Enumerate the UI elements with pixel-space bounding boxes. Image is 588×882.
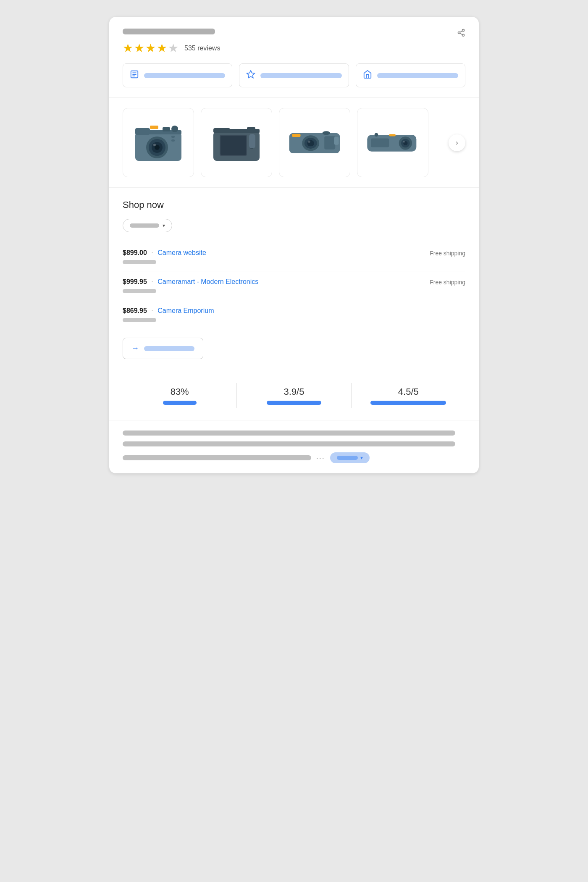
shop-item-1-price: $899.00 <box>123 249 147 256</box>
shop-item-1-price-row: $899.00 · Camera website <box>123 249 206 257</box>
shop-item-2-shipping: Free shipping <box>430 279 465 286</box>
camera-svg-1 <box>131 120 186 166</box>
camera-svg-2 <box>209 120 264 166</box>
action-button-specs[interactable] <box>123 63 232 87</box>
ellipsis-icon: ··· <box>316 454 325 462</box>
svg-point-37 <box>308 140 310 143</box>
shop-item-1-details: $899.00 · Camera website <box>123 249 206 264</box>
image-grid <box>123 108 442 177</box>
camera-image-1[interactable] <box>123 108 194 177</box>
svg-point-40 <box>323 131 331 135</box>
filter-label-bar <box>130 223 159 228</box>
svg-point-46 <box>403 141 405 142</box>
product-title-bar <box>123 29 215 34</box>
camera-image-3[interactable] <box>279 108 350 177</box>
more-button[interactable]: → <box>123 338 203 359</box>
svg-rect-19 <box>163 127 170 131</box>
svg-point-48 <box>375 133 378 136</box>
product-card: ★ ★ ★ ★ ★ 535 reviews <box>109 17 479 473</box>
more-button-wrapper: → <box>123 329 465 359</box>
svg-rect-41 <box>334 137 339 145</box>
more-button-label <box>144 346 194 351</box>
text-line-2 <box>123 441 455 446</box>
save-icon <box>246 70 255 81</box>
shop-item-3-seller[interactable]: Camera Emporium <box>158 307 214 314</box>
svg-rect-38 <box>292 134 300 136</box>
star-1: ★ <box>123 41 133 55</box>
shop-item-3-sub <box>123 318 156 322</box>
shop-item-1-shipping: Free shipping <box>430 250 465 257</box>
svg-rect-18 <box>150 126 158 129</box>
expand-label <box>337 456 358 460</box>
action-buttons-row <box>123 63 465 87</box>
shop-title: Shop now <box>123 200 465 210</box>
star-3: ★ <box>145 41 156 55</box>
text-line-1 <box>123 430 455 436</box>
rating-row: ★ ★ ★ ★ ★ 535 reviews <box>123 41 465 55</box>
shop-item-1: $899.00 · Camera website Free shipping <box>123 242 465 271</box>
svg-rect-32 <box>247 127 255 131</box>
shop-item-2-price-row: $999.95 · Cameramart - Modern Electronic… <box>123 278 258 286</box>
shop-item-1-seller[interactable]: Camera website <box>158 249 206 256</box>
shop-item-1-dot: · <box>151 249 153 256</box>
stat-1-value: 83% <box>129 386 230 397</box>
stat-3-value: 4.5/5 <box>358 386 459 397</box>
shop-section: Shop now ▾ $899.00 · Camera website Free… <box>109 188 479 371</box>
svg-rect-27 <box>220 136 246 155</box>
action-button-store[interactable] <box>356 63 465 87</box>
svg-point-17 <box>153 144 156 146</box>
shop-item-3-dot: · <box>151 307 153 314</box>
svg-point-20 <box>171 126 178 132</box>
text-line-3 <box>123 455 311 460</box>
share-icon[interactable] <box>457 29 465 39</box>
svg-rect-21 <box>171 136 175 138</box>
shop-item-2-price: $999.95 <box>123 278 147 285</box>
camera-svg-3 <box>287 120 342 166</box>
shop-item-1-sub <box>123 260 156 264</box>
star-4: ★ <box>157 41 167 55</box>
text-bottom-row: ··· ▾ <box>123 452 465 463</box>
text-section: ··· ▾ <box>109 420 479 473</box>
specs-label <box>144 73 225 78</box>
filter-button[interactable]: ▾ <box>123 219 172 232</box>
store-label <box>377 73 458 78</box>
more-arrow-icon: → <box>131 344 139 353</box>
stat-3-bar <box>370 401 446 405</box>
star-2: ★ <box>134 41 144 55</box>
stats-section: 83% 3.9/5 4.5/5 <box>109 371 479 420</box>
svg-rect-39 <box>324 136 335 150</box>
svg-rect-47 <box>371 138 389 147</box>
svg-line-4 <box>460 31 462 32</box>
stat-item-1: 83% <box>123 386 236 405</box>
shop-item-2-seller[interactable]: Cameramart - Modern Electronics <box>158 278 258 285</box>
star-rating: ★ ★ ★ ★ ★ <box>123 41 178 55</box>
stat-item-3: 4.5/5 <box>352 386 465 405</box>
stat-item-2: 3.9/5 <box>237 386 351 405</box>
stat-1-bar <box>163 401 197 405</box>
next-arrow-button[interactable]: › <box>449 134 465 151</box>
shop-item-2-dot: · <box>151 278 153 285</box>
stat-2-value: 3.9/5 <box>244 386 344 397</box>
stat-2-bar <box>267 401 321 405</box>
star-5-empty: ★ <box>168 41 178 55</box>
action-button-save[interactable] <box>239 63 349 87</box>
shop-item-2-details: $999.95 · Cameramart - Modern Electronic… <box>123 278 258 293</box>
save-label <box>260 73 341 78</box>
svg-rect-24 <box>213 128 230 133</box>
images-section: › <box>109 98 479 188</box>
shop-item-3: $869.95 · Camera Emporium <box>123 300 465 329</box>
camera-image-2[interactable] <box>201 108 272 177</box>
specs-icon <box>130 70 139 81</box>
shop-item-3-price: $869.95 <box>123 307 147 314</box>
filter-chevron-icon: ▾ <box>163 223 165 228</box>
svg-rect-11 <box>135 128 150 135</box>
svg-marker-9 <box>247 71 255 78</box>
rating-section: ★ ★ ★ ★ ★ 535 reviews <box>109 17 479 98</box>
svg-line-3 <box>460 33 462 34</box>
svg-rect-31 <box>249 134 255 148</box>
camera-image-4[interactable] <box>357 108 428 177</box>
svg-rect-49 <box>389 134 396 136</box>
camera-svg-4 <box>365 120 420 166</box>
shop-item-2: $999.95 · Cameramart - Modern Electronic… <box>123 271 465 300</box>
expand-button[interactable]: ▾ <box>330 452 370 463</box>
